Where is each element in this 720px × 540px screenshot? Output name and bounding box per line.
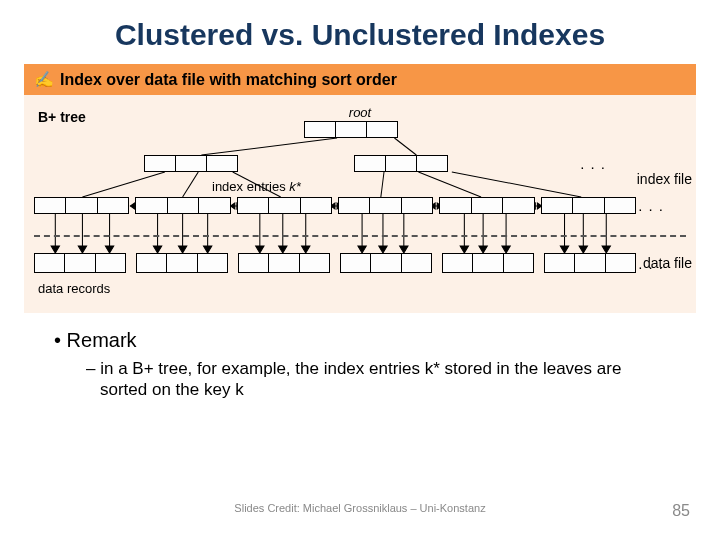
ellipsis-icon: . . . bbox=[638, 197, 664, 214]
slide-credit: Slides Credit: Michael Grossniklaus – Un… bbox=[234, 502, 485, 514]
svg-marker-24 bbox=[51, 246, 59, 253]
svg-marker-54 bbox=[560, 246, 568, 253]
svg-marker-50 bbox=[479, 246, 487, 253]
svg-line-1 bbox=[394, 138, 416, 155]
page-number: 85 bbox=[672, 502, 690, 520]
svg-line-0 bbox=[201, 138, 337, 155]
ellipsis-icon: . . . bbox=[580, 155, 606, 172]
internal-node bbox=[354, 155, 448, 172]
remark-body: – in a B+ tree, for example, the index e… bbox=[86, 358, 660, 401]
svg-line-2 bbox=[82, 172, 164, 197]
svg-marker-26 bbox=[78, 246, 86, 253]
data-block bbox=[238, 253, 330, 273]
data-block bbox=[34, 253, 126, 273]
svg-marker-48 bbox=[460, 246, 468, 253]
svg-marker-28 bbox=[105, 246, 113, 253]
data-block bbox=[442, 253, 534, 273]
svg-marker-46 bbox=[400, 246, 408, 253]
leaf-node bbox=[34, 197, 129, 214]
svg-marker-32 bbox=[178, 246, 186, 253]
svg-line-3 bbox=[183, 172, 199, 197]
svg-line-6 bbox=[418, 172, 481, 197]
remark-heading-text: Remark bbox=[67, 329, 137, 351]
svg-line-5 bbox=[381, 172, 384, 197]
svg-marker-56 bbox=[579, 246, 587, 253]
root-node bbox=[304, 121, 398, 138]
remark-body-text: in a B+ tree, for example, the index ent… bbox=[100, 359, 621, 399]
svg-marker-30 bbox=[153, 246, 161, 253]
hand-write-icon: ✍ bbox=[34, 70, 54, 89]
svg-marker-36 bbox=[256, 246, 264, 253]
banner-text: Index over data file with matching sort … bbox=[60, 71, 397, 89]
data-records-label: data records bbox=[38, 281, 110, 296]
svg-marker-42 bbox=[358, 246, 366, 253]
separator-line bbox=[34, 235, 686, 237]
leaf-node bbox=[439, 197, 534, 214]
index-file-label: index file bbox=[637, 171, 692, 187]
leaf-node bbox=[338, 197, 433, 214]
svg-marker-38 bbox=[279, 246, 287, 253]
root-label: root bbox=[349, 105, 371, 120]
data-block bbox=[340, 253, 432, 273]
data-file-label: data file bbox=[643, 255, 692, 271]
svg-marker-52 bbox=[502, 246, 510, 253]
bplus-tree-label: B+ tree bbox=[38, 109, 86, 125]
svg-marker-34 bbox=[203, 246, 211, 253]
leaf-row bbox=[34, 197, 636, 214]
svg-line-7 bbox=[452, 172, 581, 197]
data-block bbox=[544, 253, 636, 273]
leaf-node bbox=[237, 197, 332, 214]
svg-marker-58 bbox=[602, 246, 610, 253]
slide-title: Clustered vs. Unclustered Indexes bbox=[0, 18, 720, 52]
leaf-node bbox=[135, 197, 230, 214]
data-block bbox=[136, 253, 228, 273]
leaf-node bbox=[541, 197, 636, 214]
svg-marker-44 bbox=[379, 246, 387, 253]
internal-node bbox=[144, 155, 238, 172]
index-entries-label: index entries k* bbox=[212, 179, 301, 194]
index-diagram: B+ tree root index entries k* data recor… bbox=[24, 95, 696, 313]
slide: Clustered vs. Unclustered Indexes ✍ Inde… bbox=[0, 0, 720, 540]
data-row bbox=[34, 253, 636, 273]
remark-heading: • Remark bbox=[54, 329, 720, 352]
intro-banner: ✍ Index over data file with matching sor… bbox=[24, 64, 696, 95]
svg-marker-40 bbox=[302, 246, 310, 253]
